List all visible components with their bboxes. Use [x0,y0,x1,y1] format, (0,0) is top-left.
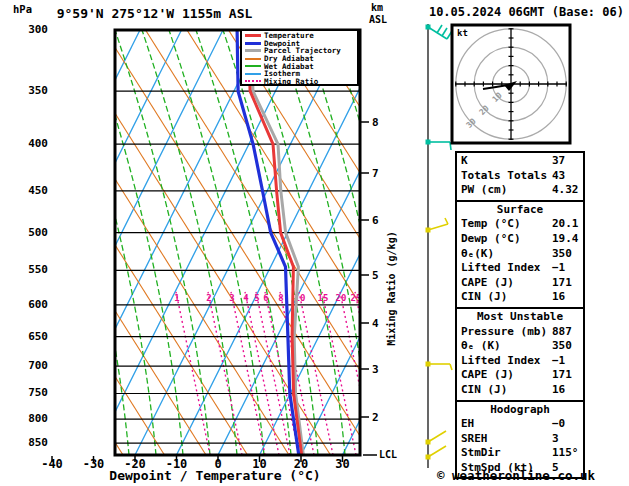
legend-item: Mixing Ratio [242,78,357,86]
table-row-value: 171 [552,276,572,291]
table-row: Pressure (mb)887 [457,325,583,340]
table-row-label: Lifted Index [461,354,540,367]
pressure-unit-label: hPa [13,3,32,15]
table-row-label: Pressure (mb) [461,325,547,338]
x-axis-title: Dewpoint / Temperature (°C) [60,468,370,483]
pressure-tick-label: 450 [8,184,48,197]
table-row-label: K [461,154,468,167]
altitude-unit-km: km [371,2,383,13]
pressure-tick-label: 550 [8,263,48,276]
wind-barb-feather [428,446,446,457]
table-row: Dewp (°C)19.4 [457,232,583,247]
mixing-ratio-value-label: 15 [318,293,329,303]
km-tick-label: 6 [372,214,379,227]
wind-barb-feather [428,224,448,230]
mixing-ratio-value-label: 20 [336,293,347,303]
mixing-ratio-value-label: 6 [263,293,268,303]
table-row-label: θₑ(K) [461,247,494,260]
mixing-ratio-line [322,292,356,455]
table-row-label: Dewp (°C) [461,232,521,245]
datetime-label: 10.05.2024 06GMT (Base: 06) [402,5,624,19]
km-tick-label: 4 [372,317,379,330]
table-row-label: Temp (°C) [461,217,521,230]
pressure-tick-label: 800 [8,412,48,425]
table-row: Totals Totals43 [457,169,583,184]
table-row-label: Lifted Index [461,261,540,274]
hodograph-unit-label: kt [457,28,468,38]
table-row: Lifted Index−1 [457,261,583,276]
table-row-value: 16 [552,290,565,305]
mixing-ratio-line [231,292,265,455]
km-tick-label: 2 [372,411,379,424]
table-row-value: 115° [552,446,579,461]
km-tick-label: 7 [372,167,379,180]
mixing-ratio-value-label: 2 [206,293,211,303]
lcl-label: LCL [379,449,397,460]
wet-adiabat-line [61,30,156,455]
mixing-ratio-value-label: 4 [243,293,249,303]
table-row: EH−0 [457,417,583,432]
table-row-value: 16 [552,383,565,398]
pressure-tick-label: 600 [8,298,48,311]
wet-adiabat-line [331,30,426,455]
table-row: CIN (J)16 [457,383,583,398]
pressure-tick-label: 500 [8,226,48,239]
table-row: θₑ (K)350 [457,339,583,354]
wind-barb [426,362,453,371]
pressure-tick-label: 750 [8,386,48,399]
dry-adiabat-line [21,30,289,455]
table-section: SurfaceTemp (°C)20.1Dewp (°C)19.4θₑ(K)35… [455,200,585,309]
sounding-indices-table: K37Totals Totals43PW (cm)4.32SurfaceTemp… [455,153,585,479]
table-row-label: EH [461,417,474,430]
dewpoint-legend-line [245,42,261,45]
table-row-value: −0 [552,417,565,432]
skewt-sounding-page: 123456810152025102030 hPa 9°59'N 275°12'… [0,0,629,486]
table-row: CIN (J)16 [457,290,583,305]
table-row-value: 19.4 [552,232,579,247]
pressure-tick-label: 650 [8,330,48,343]
table-row-value: −1 [552,261,565,276]
dry-adiabat-line [146,30,414,455]
table-section-header: Hodograph [457,403,583,418]
isotherm-legend-line [245,73,261,75]
table-row-label: CIN (J) [461,290,507,303]
table-row-value: 37 [552,154,565,169]
wind-barb [426,140,452,151]
table-row-label: CIN (J) [461,383,507,396]
table-section-header: Most Unstable [457,310,583,325]
table-row-value: 3 [552,432,559,447]
km-tick-label: 3 [372,363,379,376]
table-row-label: CAPE (J) [461,276,514,289]
mixing-ratio-line [208,292,242,455]
table-row: PW (cm)4.32 [457,183,583,198]
isotherm-line [135,30,348,455]
table-row-value: 350 [552,339,572,354]
pressure-tick-label: 850 [8,436,48,449]
table-row-label: PW (cm) [461,183,507,196]
table-row-value: 4.32 [552,183,579,198]
wet-adiabat-legend-line [245,65,261,67]
mixing-ratio-value-label: 5 [254,293,259,303]
table-section-header: Surface [457,203,583,218]
pressure-tick-label: 350 [8,84,48,97]
table-row: Lifted Index−1 [457,354,583,369]
wind-barb-feather [428,431,446,442]
dry-adiabat-legend-line [245,58,261,60]
table-row-label: Totals Totals [461,169,547,182]
table-row-value: 887 [552,325,572,340]
table-row-label: θₑ (K) [461,339,501,352]
isotherm-line [260,30,473,455]
temperature-legend-line [245,34,261,37]
table-row: CAPE (J)171 [457,276,583,291]
km-tick-label: 8 [372,116,379,129]
table-row: SREH3 [457,432,583,447]
wind-barb-feather [437,25,442,33]
table-row-value: 171 [552,368,572,383]
km-tick-label: 5 [372,269,379,282]
mixing-ratio-legend-line [245,80,261,82]
table-row-value: −1 [552,354,565,369]
wet-adiabat-line [358,30,453,455]
copyright-label: © weatheronline.co.uk [437,468,595,483]
legend-box: TemperatureDewpointParcel TrajectoryDry … [240,29,359,86]
table-row: K37 [457,154,583,169]
